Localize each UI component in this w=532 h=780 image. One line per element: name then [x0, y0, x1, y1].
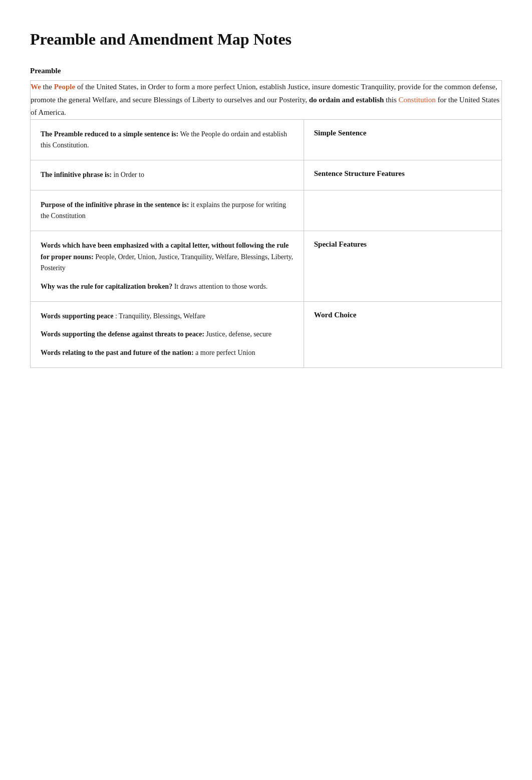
- sentence-structure-left: The infinitive phrase is: in Order to: [31, 160, 304, 190]
- sentence-structure-header: Sentence Structure Features: [314, 169, 405, 177]
- simple-sentence-row: The Preamble reduced to a simple sentenc…: [31, 119, 502, 160]
- preamble-we: We: [31, 83, 41, 91]
- purpose-row: Purpose of the infinitive phrase in the …: [31, 190, 502, 231]
- infinitive-text: in Order to: [113, 171, 144, 178]
- preamble-space: the: [43, 83, 54, 91]
- preamble-text-cell: We the People of the United States, in O…: [31, 81, 502, 120]
- purpose-label: Purpose of the infinitive phrase in the …: [41, 201, 189, 209]
- special-features-left: Words which have been emphasized with a …: [31, 231, 304, 302]
- preamble-body2: this: [386, 96, 397, 104]
- sentence-structure-right: Sentence Structure Features: [304, 160, 501, 190]
- preamble-text-row: We the People of the United States, in O…: [31, 81, 502, 120]
- special-features-header: Special Features: [314, 240, 367, 248]
- sentence-structure-row: The infinitive phrase is: in Order to Se…: [31, 160, 502, 190]
- past-future-text: a more perfect Union: [195, 349, 255, 356]
- special-features-row: Words which have been emphasized with a …: [31, 231, 502, 302]
- main-table: We the People of the United States, in O…: [30, 80, 502, 368]
- preamble-people: People: [54, 83, 76, 91]
- special-features-right: Special Features: [304, 231, 501, 302]
- preamble-constitution: Constitution: [399, 96, 436, 104]
- word-choice-row: Words supporting peace : Tranquility, Bl…: [31, 302, 502, 368]
- peace-label: Words supporting peace: [41, 312, 113, 320]
- purpose-right: [304, 190, 501, 231]
- simple-sentence-right: Simple Sentence: [304, 119, 501, 160]
- simple-sentence-bold: The Preamble reduced to a simple sentenc…: [41, 130, 178, 138]
- capitalization-rule-label: Why was the rule for capitalization brok…: [41, 283, 172, 290]
- section-label: Preamble: [30, 67, 502, 75]
- defense-text: Justice, defense, secure: [206, 330, 272, 338]
- preamble-bold: do ordain and establish: [309, 96, 384, 104]
- defense-label: Words supporting the defense against thr…: [41, 330, 204, 338]
- word-choice-right: Word Choice: [304, 302, 501, 368]
- simple-sentence-left: The Preamble reduced to a simple sentenc…: [31, 119, 304, 160]
- peace-text: : Tranquility, Blessings, Welfare: [115, 312, 205, 320]
- word-choice-header: Word Choice: [314, 311, 357, 319]
- purpose-left: Purpose of the infinitive phrase in the …: [31, 190, 304, 231]
- capitalization-rule-text: It draws attention to those words.: [174, 283, 268, 290]
- simple-sentence-header: Simple Sentence: [314, 129, 367, 137]
- page-title: Preamble and Amendment Map Notes: [30, 30, 502, 49]
- infinitive-label: The infinitive phrase is:: [41, 171, 112, 178]
- past-future-label: Words relating to the past and future of…: [41, 349, 194, 356]
- word-choice-left: Words supporting peace : Tranquility, Bl…: [31, 302, 304, 368]
